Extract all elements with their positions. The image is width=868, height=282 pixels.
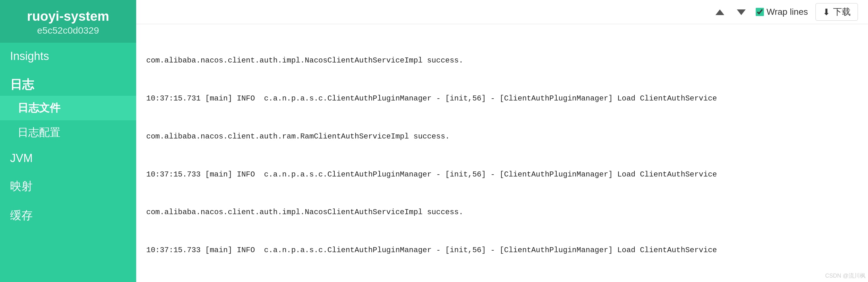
- scroll-down-icon: [737, 9, 746, 15]
- main-content: Wrap lines ⬇ 下载 com.alibaba.nacos.client…: [136, 0, 868, 282]
- log-line: 10:37:15.733 [main] INFO c.a.n.p.a.s.c.C…: [146, 168, 858, 181]
- sidebar-item-jvm[interactable]: JVM: [0, 145, 136, 172]
- sidebar-group-label-text: 日志: [10, 78, 34, 91]
- sidebar: ruoyi-system e5c52c0d0329 Insights 日志 日志…: [0, 0, 136, 282]
- sidebar-sub-item-label: 日志配置: [18, 126, 60, 138]
- sidebar-group-logs: 日志: [0, 70, 136, 96]
- wrap-lines-text: Wrap lines: [767, 7, 808, 17]
- log-content: com.alibaba.nacos.client.auth.impl.Nacos…: [136, 24, 868, 282]
- log-line: com.alibaba.nacos.client.auth.ram.RamCli…: [146, 130, 858, 143]
- sidebar-header: ruoyi-system e5c52c0d0329: [0, 0, 136, 43]
- sidebar-item-log-config[interactable]: 日志配置: [0, 120, 136, 145]
- sidebar-item-label: Insights: [10, 49, 49, 63]
- wrap-lines-checkbox[interactable]: [756, 8, 764, 16]
- log-toolbar: Wrap lines ⬇ 下载: [136, 0, 868, 24]
- download-button[interactable]: ⬇ 下载: [815, 3, 858, 21]
- log-line: 10:37:15.731 [main] INFO c.a.n.p.a.s.c.C…: [146, 92, 858, 105]
- download-icon: ⬇: [823, 7, 830, 17]
- sidebar-item-label: JVM: [10, 152, 33, 165]
- download-label: 下载: [833, 6, 851, 18]
- sidebar-item-mapping[interactable]: 映射: [0, 172, 136, 201]
- scroll-to-bottom-button[interactable]: [734, 5, 748, 19]
- log-line: 10:37:15.733 [main] INFO c.a.n.p.a.s.c.C…: [146, 244, 858, 257]
- sidebar-sub-item-label: 日志文件: [18, 102, 60, 114]
- sidebar-item-label: 缓存: [10, 208, 33, 223]
- log-line: com.alibaba.nacos.client.auth.impl.Nacos…: [146, 54, 858, 67]
- wrap-lines-toggle[interactable]: Wrap lines: [756, 7, 808, 17]
- sidebar-item-label: 映射: [10, 179, 33, 194]
- scroll-to-top-button[interactable]: [713, 5, 727, 19]
- sidebar-item-insights[interactable]: Insights: [0, 43, 136, 70]
- sidebar-app-name: ruoyi-system: [6, 9, 130, 24]
- scroll-up-icon: [715, 9, 724, 15]
- log-line: com.alibaba.nacos.client.auth.impl.Nacos…: [146, 206, 858, 219]
- sidebar-item-cache[interactable]: 缓存: [0, 201, 136, 230]
- sidebar-app-id: e5c52c0d0329: [6, 25, 130, 36]
- sidebar-item-log-files[interactable]: 日志文件: [0, 96, 136, 120]
